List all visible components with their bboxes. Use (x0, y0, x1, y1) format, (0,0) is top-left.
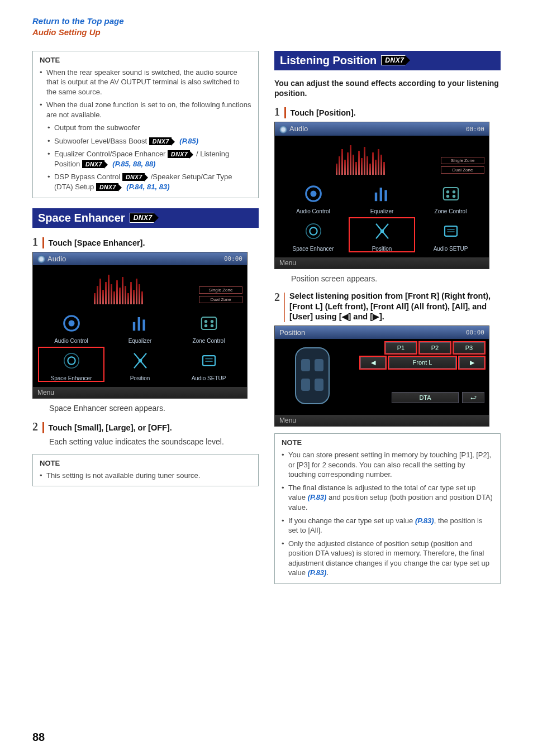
svg-rect-35 (301, 379, 310, 391)
car-diagram (279, 342, 345, 409)
tile-label: Space Enhancer (39, 375, 104, 381)
menu-bar[interactable]: Menu (275, 415, 489, 426)
step-number: 1 (32, 236, 38, 248)
clock: 00:00 (466, 126, 484, 133)
eq-bars (37, 267, 199, 304)
audio-tiles: Audio Control Equalizer Zone Control Spa… (33, 307, 247, 387)
svg-rect-2 (132, 322, 135, 331)
single-zone-btn[interactable]: Single Zone (199, 286, 242, 294)
svg-rect-13 (203, 356, 215, 366)
note-box-1: NOTE When the rear speaker sound is swit… (32, 51, 259, 198)
note-text: If you change the car type set up value (288, 516, 415, 525)
svg-point-9 (210, 324, 213, 328)
step-text: Touch [Space Enhancer]. (49, 238, 145, 248)
note-bullet: When the rear speaker sound is switched,… (40, 68, 251, 97)
preset-p1-button[interactable]: P1 (386, 342, 416, 353)
page-ref-link[interactable]: (P.83) (308, 568, 327, 577)
step-2: 2 Select listening position from [Front … (274, 291, 501, 323)
svg-rect-4 (142, 319, 145, 331)
tile-zone-control[interactable]: Zone Control (176, 310, 241, 344)
note-text: DSP Bypass Control (54, 173, 122, 181)
section-intro: You can adjust the sound effects accordi… (274, 78, 501, 99)
step-text: Touch [Position]. (291, 108, 356, 118)
tile-audio-setup[interactable]: Audio SETUP (176, 347, 241, 381)
dta-button[interactable]: DTA (392, 392, 459, 403)
note-box-right: NOTE You can store present setting in me… (274, 433, 501, 584)
svg-point-28 (380, 229, 384, 233)
step-divider (284, 293, 285, 323)
preset-p2-button[interactable]: P2 (420, 342, 450, 353)
tile-audio-setup[interactable]: Audio SETUP (418, 218, 483, 252)
zone-toggle: Single Zone Dual Zone (199, 267, 242, 304)
menu-bar[interactable]: Menu (33, 387, 247, 398)
tile-audio-control[interactable]: Audio Control (39, 310, 104, 344)
page-ref-link[interactable]: (P.84, 81, 83) (125, 183, 170, 191)
tile-equalizer[interactable]: Equalizer (349, 180, 415, 214)
tile-space-enhancer[interactable]: Space Enhancer (39, 347, 104, 381)
return-top-link[interactable]: Return to the Top page (32, 16, 124, 26)
audio-header: Audio 00:00 (275, 122, 489, 136)
dnx7-badge: DNX7 (149, 137, 172, 145)
heading-text: Space Enhancer (38, 212, 125, 224)
note-text: When the dual zone function is set to on… (46, 101, 251, 119)
svg-rect-21 (443, 188, 458, 200)
svg-point-27 (306, 224, 320, 238)
audio-screen-pos: Audio 00:00 Single Zone Dual Zone Audio … (274, 122, 489, 269)
position-left-button[interactable]: ◀ (360, 357, 386, 369)
tile-audio-control[interactable]: Audio Control (280, 180, 346, 214)
dnx7-badge: DNX7 (381, 55, 406, 65)
position-value: Front L (389, 357, 456, 369)
page-ref-link[interactable]: (P.85, 88, 88) (111, 160, 156, 168)
svg-rect-33 (301, 359, 310, 371)
page-ref-link[interactable]: (P.83) (308, 493, 327, 501)
svg-rect-29 (445, 226, 457, 236)
audio-header: Audio 00:00 (33, 252, 247, 266)
note-bullet: If you change the car type set up value … (282, 516, 493, 535)
single-zone-btn[interactable]: Single Zone (441, 157, 484, 164)
position-screen: Position 00:00 P1 P2 (274, 326, 489, 427)
position-right-button[interactable]: ▶ (459, 357, 484, 369)
step-number: 2 (32, 420, 38, 433)
step-1: 1 Touch [Position]. (274, 106, 501, 118)
dual-zone-btn[interactable]: Dual Zone (199, 296, 242, 303)
dual-zone-btn[interactable]: Dual Zone (441, 166, 484, 174)
svg-point-23 (452, 190, 455, 194)
clock: 00:00 (224, 255, 242, 262)
menu-bar[interactable]: Menu (275, 257, 489, 269)
tile-position[interactable]: Position (107, 347, 173, 381)
tile-space-enhancer[interactable]: Space Enhancer (280, 218, 346, 252)
svg-point-17 (310, 190, 316, 197)
step-2: 2 Touch [Small], [Large], or [OFF]. (32, 420, 259, 433)
note-title: NOTE (282, 438, 493, 447)
tile-label: Equalizer (107, 338, 173, 344)
svg-point-11 (64, 353, 78, 368)
tile-label: Space Enhancer (280, 246, 346, 252)
svg-point-24 (446, 194, 449, 198)
page-ref-link[interactable]: (P.83) (415, 516, 434, 525)
preset-p3-button[interactable]: P3 (454, 342, 484, 353)
position-header: Position 00:00 (275, 326, 489, 339)
step-1: 1 Touch [Space Enhancer]. (32, 236, 259, 248)
svg-point-26 (310, 227, 317, 235)
svg-point-1 (68, 320, 74, 327)
note-title: NOTE (40, 56, 251, 64)
svg-rect-5 (201, 317, 216, 329)
step-number: 2 (274, 291, 280, 304)
page-ref-link[interactable]: (P.85) (178, 137, 198, 145)
dnx7-badge: DNX7 (122, 173, 145, 181)
listening-position-heading: Listening Position DNX7 (274, 51, 501, 70)
note-text: . (326, 568, 329, 577)
heading-text: Listening Position (280, 54, 377, 67)
audio-setting-link[interactable]: Audio Setting Up (32, 27, 101, 37)
clock: 00:00 (466, 329, 484, 336)
audio-screen-se: Audio 00:00 Single Zone Dual Zone Audio … (32, 252, 248, 399)
note-bullet: This setting is not available during tun… (40, 471, 251, 481)
note-sub-bullet: Output from the subwoofer (47, 123, 251, 133)
note-sub-bullet: DSP Bypass Control DNX7 /Speaker Setup/C… (47, 172, 251, 192)
svg-point-10 (68, 357, 75, 364)
tile-position[interactable]: Position (349, 218, 415, 252)
tile-zone-control[interactable]: Zone Control (418, 180, 483, 214)
tile-equalizer[interactable]: Equalizer (107, 310, 173, 344)
return-button[interactable]: ⮐ (462, 392, 484, 403)
speaker-icon (279, 126, 287, 133)
